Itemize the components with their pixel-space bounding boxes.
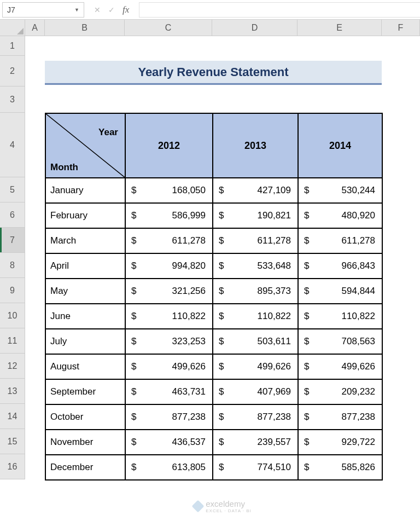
value-cell[interactable]: $323,253 (125, 329, 213, 354)
value-cell[interactable]: $110,822 (298, 304, 382, 329)
table-row: January$168,050$427,109$530,244 (45, 178, 382, 203)
column-headers: ABCDEF (25, 20, 420, 36)
column-header-C[interactable]: C (125, 20, 212, 36)
value-cell[interactable]: $209,232 (298, 379, 382, 404)
month-cell[interactable]: February (45, 203, 125, 228)
row-header-10[interactable]: 10 (0, 303, 25, 328)
value-cell[interactable]: $585,826 (298, 455, 382, 480)
value-cell[interactable]: $110,822 (213, 304, 298, 329)
corner-year-label: Year (98, 127, 118, 138)
row-header-6[interactable]: 6 (0, 202, 25, 228)
value-cell[interactable]: $480,920 (298, 203, 382, 228)
value-cell[interactable]: $239,557 (213, 430, 298, 455)
value-cell[interactable]: $463,731 (125, 379, 213, 404)
row-header-5[interactable]: 5 (0, 177, 25, 202)
table-row: June$110,822$110,822$110,822 (45, 304, 382, 329)
value-cell[interactable]: $613,805 (125, 455, 213, 480)
spreadsheet-grid: 12345678910111213141516 ABCDEF Yearly Re… (0, 20, 420, 521)
data-table: Year Month201220132014January$168,050$42… (45, 113, 383, 481)
month-cell[interactable]: December (45, 455, 125, 480)
month-cell[interactable]: October (45, 404, 125, 430)
column-header-A[interactable]: A (25, 20, 45, 36)
value-cell[interactable]: $321,256 (125, 279, 213, 304)
value-cell[interactable]: $966,843 (298, 253, 382, 279)
row-header-2[interactable]: 2 (0, 56, 25, 86)
value-cell[interactable]: $110,822 (125, 304, 213, 329)
value-cell[interactable]: $611,278 (125, 228, 213, 253)
value-cell[interactable]: $427,109 (213, 178, 298, 203)
row-header-13[interactable]: 13 (0, 379, 25, 404)
watermark: exceldemy EXCEL · DATA · BI (25, 499, 420, 513)
corner-month-label: Month (50, 162, 78, 173)
column-header-D[interactable]: D (212, 20, 298, 36)
row-headers: 12345678910111213141516 (0, 36, 25, 479)
value-cell[interactable]: $436,537 (125, 430, 213, 455)
value-cell[interactable]: $586,999 (125, 203, 213, 228)
value-cell[interactable]: $611,278 (213, 228, 298, 253)
month-cell[interactable]: August (45, 354, 125, 379)
row-header-16[interactable]: 16 (0, 454, 25, 479)
column-header-E[interactable]: E (298, 20, 382, 36)
month-cell[interactable]: January (45, 178, 125, 203)
table-row: December$613,805$774,510$585,826 (45, 455, 382, 480)
value-cell[interactable]: $708,563 (298, 329, 382, 354)
table-row: September$463,731$407,969$209,232 (45, 379, 382, 404)
month-cell[interactable]: July (45, 329, 125, 354)
value-cell[interactable]: $168,050 (125, 178, 213, 203)
value-cell[interactable]: $503,611 (213, 329, 298, 354)
year-header-2014: 2014 (298, 113, 382, 178)
year-header-2012: 2012 (125, 113, 213, 178)
value-cell[interactable]: $877,238 (213, 404, 298, 430)
month-cell[interactable]: May (45, 279, 125, 304)
formula-input[interactable] (139, 2, 420, 18)
row-header-1[interactable]: 1 (0, 36, 25, 56)
row-header-8[interactable]: 8 (0, 253, 25, 278)
row-header-12[interactable]: 12 (0, 354, 25, 379)
month-cell[interactable]: March (45, 228, 125, 253)
column-header-F[interactable]: F (382, 20, 420, 36)
column-header-B[interactable]: B (45, 20, 125, 36)
table-corner-cell: Year Month (45, 113, 125, 178)
month-cell[interactable]: September (45, 379, 125, 404)
logo-icon (192, 500, 205, 513)
enter-icon[interactable]: ✓ (108, 5, 115, 14)
grid-right: ABCDEF Yearly Revenue Statement Year Mon… (25, 20, 420, 521)
value-cell[interactable]: $499,626 (125, 354, 213, 379)
value-cell[interactable]: $499,626 (213, 354, 298, 379)
row-header-15[interactable]: 15 (0, 429, 25, 454)
row-header-11[interactable]: 11 (0, 328, 25, 354)
value-cell[interactable]: $877,238 (125, 404, 213, 430)
name-box[interactable]: J7 ▼ (2, 2, 84, 18)
value-cell[interactable]: $994,820 (125, 253, 213, 279)
value-cell[interactable]: $895,373 (213, 279, 298, 304)
value-cell[interactable]: $877,238 (298, 404, 382, 430)
value-cell[interactable]: $774,510 (213, 455, 298, 480)
formula-bar-buttons: ✕ ✓ fx (84, 4, 139, 15)
page-title: Yearly Revenue Statement (45, 61, 382, 85)
formula-bar: J7 ▼ ✕ ✓ fx (0, 0, 420, 20)
month-cell[interactable]: June (45, 304, 125, 329)
row-header-14[interactable]: 14 (0, 404, 25, 429)
month-cell[interactable]: April (45, 253, 125, 279)
value-cell[interactable]: $594,844 (298, 279, 382, 304)
value-cell[interactable]: $929,722 (298, 430, 382, 455)
month-cell[interactable]: November (45, 430, 125, 455)
value-cell[interactable]: $611,278 (298, 228, 382, 253)
chevron-down-icon[interactable]: ▼ (74, 7, 79, 13)
value-cell[interactable]: $190,821 (213, 203, 298, 228)
cancel-icon[interactable]: ✕ (94, 5, 101, 14)
row-header-9[interactable]: 9 (0, 278, 25, 303)
left-strip: 12345678910111213141516 (0, 20, 25, 521)
value-cell[interactable]: $407,969 (213, 379, 298, 404)
value-cell[interactable]: $533,648 (213, 253, 298, 279)
cells-area[interactable]: Yearly Revenue Statement Year Month20122… (25, 36, 420, 521)
row-header-7[interactable]: 7 (0, 228, 25, 253)
table-row: March$611,278$611,278$611,278 (45, 228, 382, 253)
fx-icon[interactable]: fx (122, 4, 129, 15)
row-header-3[interactable]: 3 (0, 86, 25, 113)
value-cell[interactable]: $499,626 (298, 354, 382, 379)
table-row: April$994,820$533,648$966,843 (45, 253, 382, 279)
select-all-button[interactable] (0, 20, 25, 36)
row-header-4[interactable]: 4 (0, 113, 25, 177)
value-cell[interactable]: $530,244 (298, 178, 382, 203)
